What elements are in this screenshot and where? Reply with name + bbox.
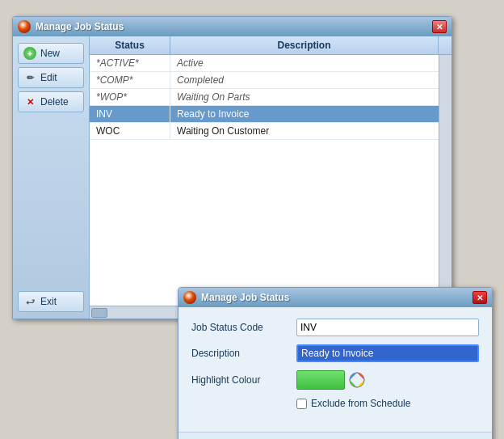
colour-picker-button[interactable]: [348, 371, 366, 389]
colour-picker-icon: [349, 372, 365, 388]
status-cell: *ACTIVE*: [90, 55, 170, 71]
exclude-schedule-checkbox[interactable]: [296, 399, 307, 409]
status-cell: WOC: [90, 123, 170, 139]
main-window-icon: [18, 20, 31, 33]
delete-button-label: Delete: [40, 96, 69, 108]
status-cell: *COMP*: [90, 72, 170, 88]
highlight-colour-label: Highlight Colour: [191, 374, 296, 386]
job-status-code-input[interactable]: [296, 319, 479, 336]
description-cell: Completed: [170, 72, 439, 88]
table-row[interactable]: WOC Waiting On Customer: [90, 123, 439, 140]
exclude-schedule-label: Exclude from Schedule: [311, 398, 410, 409]
exit-button[interactable]: ⮐ Exit: [18, 291, 84, 312]
h-scroll-thumb[interactable]: [91, 308, 107, 318]
table-scroll-container: *ACTIVE* Active *COMP* Completed *WOP* W…: [90, 55, 452, 306]
highlight-colour-row: Highlight Colour: [191, 370, 479, 390]
edit-button[interactable]: ✏ Edit: [18, 67, 84, 88]
dialog-window-title: Manage Job Status: [201, 292, 468, 303]
new-button[interactable]: + New: [18, 43, 84, 64]
table-header: Status Description: [90, 36, 452, 55]
sidebar-spacer: [18, 116, 84, 288]
main-window-body: + New ✏ Edit ✕ Delete ⮐ Exit Status Desc…: [13, 36, 452, 319]
main-window: Manage Job Status ✕ + New ✏ Edit ✕ Delet…: [12, 16, 452, 319]
status-cell: *WOP*: [90, 89, 170, 105]
description-label: Description: [191, 348, 296, 359]
edit-button-label: Edit: [40, 72, 57, 83]
main-window-title: Manage Job Status: [36, 21, 427, 32]
table-row[interactable]: INV Ready to Invoice: [90, 106, 439, 123]
table-body: *ACTIVE* Active *COMP* Completed *WOP* W…: [90, 55, 452, 306]
main-close-button[interactable]: ✕: [432, 20, 447, 33]
delete-icon: ✕: [23, 95, 36, 108]
exit-button-label: Exit: [40, 296, 57, 307]
table-area: Status Description *ACTIVE* Active *COMP…: [90, 36, 452, 319]
description-input[interactable]: [296, 344, 479, 362]
dialog-footer: 💾 Save ⮐ Exit: [178, 432, 492, 439]
sidebar: + New ✏ Edit ✕ Delete ⮐ Exit: [13, 36, 90, 319]
status-cell: INV: [90, 106, 170, 122]
exclude-schedule-row: Exclude from Schedule: [191, 398, 479, 409]
description-cell: Waiting On Customer: [170, 123, 439, 139]
table-row[interactable]: *WOP* Waiting On Parts: [90, 89, 439, 106]
description-row: Description: [191, 344, 479, 362]
svg-point-1: [350, 373, 364, 387]
new-button-label: New: [40, 48, 60, 59]
dialog-body: Job Status Code Description Highlight Co…: [178, 307, 492, 432]
dialog-window: Manage Job Status ✕ Job Status Code Desc…: [178, 287, 493, 439]
dialog-window-icon: [183, 291, 196, 304]
edit-icon: ✏: [23, 71, 36, 84]
job-status-code-label: Job Status Code: [191, 322, 296, 333]
table-row[interactable]: *ACTIVE* Active: [90, 55, 439, 72]
colour-swatch[interactable]: [296, 370, 345, 390]
vertical-scrollbar[interactable]: [439, 55, 452, 306]
new-icon: +: [23, 47, 36, 60]
delete-button[interactable]: ✕ Delete: [18, 91, 84, 112]
description-column-header: Description: [170, 36, 439, 54]
description-cell: Active: [170, 55, 439, 71]
description-cell: Waiting On Parts: [170, 89, 439, 105]
job-status-code-row: Job Status Code: [191, 319, 479, 336]
table-row[interactable]: *COMP* Completed: [90, 72, 439, 89]
dialog-close-button[interactable]: ✕: [472, 291, 487, 304]
description-cell: Ready to Invoice: [170, 106, 439, 122]
dialog-title-bar: Manage Job Status ✕: [178, 288, 492, 307]
status-column-header: Status: [90, 36, 170, 54]
exit-icon: ⮐: [23, 295, 36, 308]
main-title-bar: Manage Job Status ✕: [13, 17, 452, 36]
